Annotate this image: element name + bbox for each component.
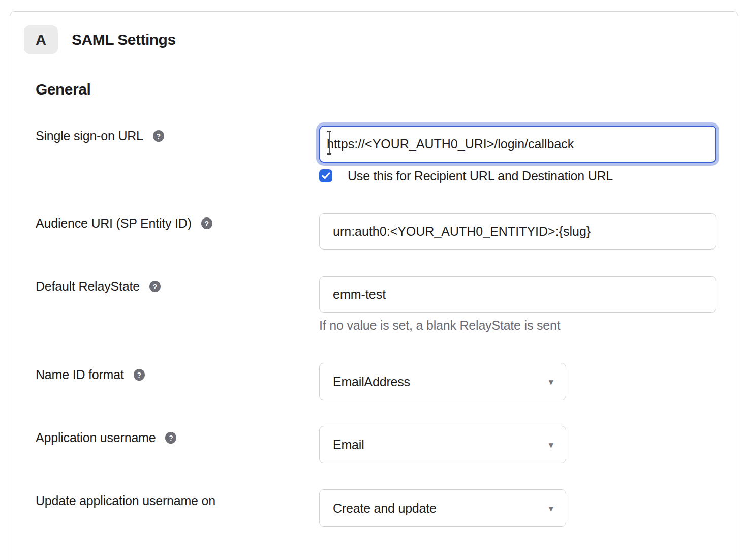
help-icon[interactable]: ?: [165, 432, 176, 444]
app-username-label-text: Application username: [36, 430, 156, 445]
checkmark-icon: [322, 172, 330, 179]
help-icon-glyph: ?: [169, 434, 173, 442]
help-icon-glyph: ?: [137, 371, 141, 379]
help-icon[interactable]: ?: [149, 281, 161, 292]
help-icon[interactable]: ?: [201, 217, 212, 229]
sso-url-label-text: Single sign-on URL: [36, 129, 143, 143]
help-icon-glyph: ?: [153, 283, 157, 291]
saml-settings-card: A SAML Settings General Single sign-on U…: [10, 11, 738, 560]
sso-url-label: Single sign-on URL ?: [36, 129, 164, 143]
chevron-down-icon: ▾: [548, 440, 553, 450]
name-id-format-label: Name ID format ?: [36, 367, 145, 382]
recipient-url-checkbox-row: Use this for Recipient URL and Destinati…: [319, 169, 613, 183]
app-username-value: Email: [333, 438, 364, 452]
card-header: A SAML Settings: [24, 25, 176, 54]
update-app-username-label: Update application username on: [36, 493, 215, 508]
update-app-username-select[interactable]: Create and update ▾: [319, 489, 566, 527]
update-app-username-label-text: Update application username on: [36, 493, 215, 508]
help-icon[interactable]: ?: [153, 130, 164, 142]
relay-state-label-text: Default RelayState: [36, 279, 140, 294]
step-badge: A: [24, 25, 58, 54]
relay-state-input[interactable]: [319, 276, 716, 313]
help-icon-glyph: ?: [205, 220, 209, 228]
step-badge-letter: A: [36, 32, 46, 48]
chevron-down-icon: ▾: [548, 504, 553, 513]
help-icon-glyph: ?: [157, 132, 161, 140]
chevron-down-icon: ▾: [548, 377, 553, 387]
audience-uri-label: Audience URI (SP Entity ID) ?: [36, 216, 212, 231]
audience-uri-input[interactable]: [319, 213, 716, 250]
recipient-url-checkbox-label[interactable]: Use this for Recipient URL and Destinati…: [348, 169, 613, 183]
section-title-general: General: [36, 81, 90, 98]
page-title: SAML Settings: [72, 31, 176, 48]
name-id-format-label-text: Name ID format: [36, 367, 124, 382]
help-icon[interactable]: ?: [134, 369, 145, 381]
relay-state-helper-text: If no value is set, a blank RelayState i…: [319, 318, 560, 333]
update-app-username-value: Create and update: [333, 501, 437, 516]
name-id-format-value: EmailAddress: [333, 375, 410, 389]
audience-uri-label-text: Audience URI (SP Entity ID): [36, 216, 192, 231]
app-username-label: Application username ?: [36, 430, 176, 445]
name-id-format-select[interactable]: EmailAddress ▾: [319, 363, 566, 400]
recipient-url-checkbox[interactable]: [319, 169, 332, 182]
app-username-select[interactable]: Email ▾: [319, 426, 566, 463]
relay-state-label: Default RelayState ?: [36, 279, 161, 294]
sso-url-input[interactable]: [319, 126, 716, 163]
